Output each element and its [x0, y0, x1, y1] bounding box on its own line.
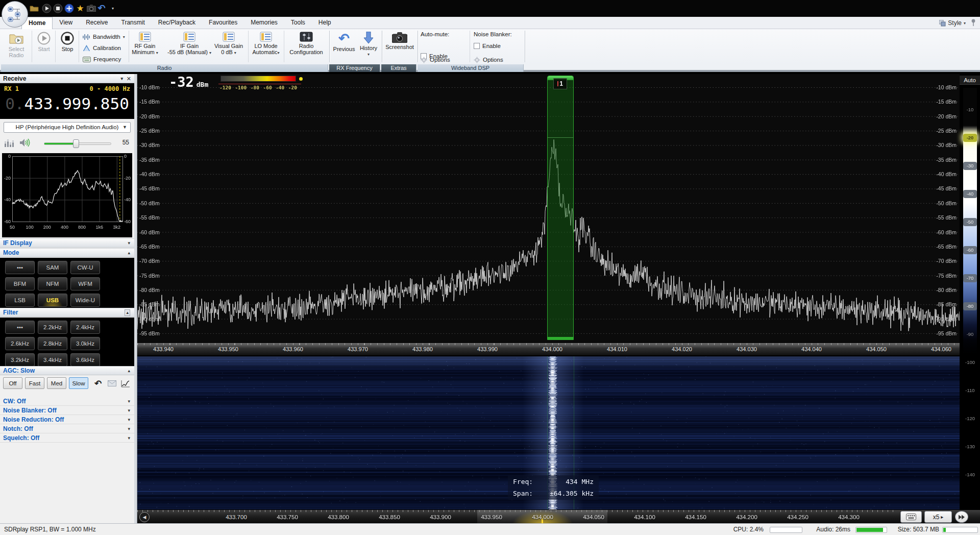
- waterfall-level-scale[interactable]: Auto -10-20-30-40-50-60-70-80-90-100-110…: [960, 74, 980, 509]
- filter-button-2-6khz[interactable]: 2.6kHz: [5, 337, 35, 350]
- level-tick-20[interactable]: -20: [963, 134, 977, 142]
- rf-gain-button[interactable]: RF GainMinimum ▾: [127, 31, 163, 63]
- speaker-icon[interactable]: [19, 138, 31, 148]
- calibration-button[interactable]: Calibration: [83, 43, 121, 53]
- level-tick-130[interactable]: -130: [963, 443, 977, 451]
- auto-range-button[interactable]: Auto: [960, 76, 980, 85]
- fast-forward-button[interactable]: [955, 511, 968, 523]
- noise-blanker-options-button[interactable]: Options: [474, 55, 523, 64]
- filter-button-3-4khz[interactable]: 3.4kHz: [38, 353, 67, 367]
- section-header-cw-off[interactable]: CW: Off▾: [0, 397, 134, 406]
- favourite-star-icon[interactable]: ★: [75, 3, 86, 14]
- start-button[interactable]: Start: [34, 31, 54, 63]
- level-tick-60[interactable]: -60: [963, 246, 977, 254]
- agc-button-fast[interactable]: Fast: [25, 377, 44, 389]
- receive-panel-title[interactable]: Receive ▾ ✕: [0, 74, 134, 83]
- if-gain-button[interactable]: IF Gain-55 dB (Manual) ▾: [164, 31, 214, 63]
- screenshot-button[interactable]: Screenshot: [384, 31, 415, 63]
- level-tick-80[interactable]: -80: [963, 302, 977, 310]
- mode-button-usb[interactable]: USB: [38, 294, 67, 307]
- level-tick-120[interactable]: -120: [963, 415, 977, 423]
- agc-envelope-icon[interactable]: [107, 378, 117, 388]
- tab-view[interactable]: View: [53, 17, 79, 29]
- stop-icon[interactable]: [52, 3, 63, 14]
- pin-icon[interactable]: [970, 18, 977, 27]
- panel-collapse-icon[interactable]: ▾: [120, 74, 123, 83]
- camera-icon[interactable]: [86, 3, 97, 14]
- tab-rec-playback[interactable]: Rec/Playback: [152, 17, 202, 29]
- level-tick-50[interactable]: -50: [963, 218, 977, 226]
- mode-button-more[interactable]: •••: [5, 261, 35, 274]
- mode-button-lsb[interactable]: LSB: [5, 294, 35, 307]
- app-logo-icon[interactable]: [2, 1, 28, 28]
- tab-tools[interactable]: Tools: [284, 17, 312, 29]
- previous-frequency-button[interactable]: ↶ Previous: [332, 31, 356, 63]
- section-header-noise-reduction-off[interactable]: Noise Reduction: Off▾: [0, 415, 134, 424]
- agc-button-off[interactable]: Off: [3, 377, 22, 389]
- spectrum-display[interactable]: -32dBm -120-100-80-60-40-20 1 -10 dBm-15…: [137, 74, 960, 343]
- level-tick-70[interactable]: -70: [963, 274, 977, 282]
- if-display-header[interactable]: IF Display▾: [0, 238, 134, 248]
- section-header-squelch-off[interactable]: Squelch: Off▾: [0, 433, 134, 443]
- tab-memories[interactable]: Memories: [244, 17, 284, 29]
- mode-button-nfm[interactable]: NFM: [38, 277, 67, 290]
- mode-header[interactable]: Mode▴: [0, 248, 134, 257]
- mode-button-cw-u[interactable]: CW-U: [70, 261, 100, 274]
- bandwidth-button[interactable]: Bandwidth▾: [83, 32, 125, 41]
- wideband-navigator-bar[interactable]: ◀ x5▸ 433.700433.750433.800433.850433.90…: [137, 509, 980, 523]
- filter-header[interactable]: Filter▴: [0, 308, 134, 317]
- close-icon[interactable]: ✕: [127, 74, 131, 83]
- scroll-left-button[interactable]: ◀: [139, 512, 150, 522]
- level-tick-100[interactable]: -100: [963, 358, 977, 367]
- mode-button-wfm[interactable]: WFM: [70, 277, 100, 290]
- section-header-notch-off[interactable]: Notch: Off▾: [0, 424, 134, 433]
- level-tick-110[interactable]: -110: [963, 386, 977, 395]
- filter-button-more[interactable]: •••: [5, 321, 35, 334]
- history-button[interactable]: History ▾: [357, 31, 380, 63]
- undo-icon[interactable]: ↶: [96, 3, 107, 14]
- agc-header[interactable]: AGC: Slow▴: [0, 366, 134, 375]
- equalizer-icon[interactable]: [4, 138, 14, 148]
- mode-button-sam[interactable]: SAM: [38, 261, 67, 274]
- frequency-button[interactable]: Frequency: [83, 55, 121, 64]
- palette-colorbar[interactable]: [220, 76, 296, 82]
- rx-channel-marker[interactable]: [547, 76, 574, 340]
- filter-button-2-4khz[interactable]: 2.4kHz: [70, 321, 100, 334]
- rx-marker-label[interactable]: 1: [553, 78, 567, 89]
- section-header-noise-blanker-off[interactable]: Noise Blanker: Off▾: [0, 406, 134, 415]
- more-commands-icon[interactable]: ▾: [107, 3, 118, 14]
- agc-button-med[interactable]: Med: [47, 377, 66, 389]
- spectrum-frequency-axis[interactable]: 433.940433.950433.960433.970433.980433.9…: [137, 343, 960, 355]
- audio-device-select[interactable]: HP (Périphérique High Definition Audio) …: [4, 122, 131, 133]
- level-tick-30[interactable]: -30: [963, 162, 977, 170]
- noise-blanker-enable-checkbox[interactable]: Enable: [474, 41, 523, 51]
- keyboard-entry-button[interactable]: [900, 511, 922, 523]
- agc-button-slow[interactable]: Slow: [69, 377, 88, 389]
- tuned-frequency-display[interactable]: 0.433.999.850: [2, 94, 132, 113]
- mode-button-wide-u[interactable]: Wide-U: [70, 294, 100, 307]
- filter-button-3-2khz[interactable]: 3.2kHz: [5, 353, 35, 367]
- radio-configuration-button[interactable]: RadioConfiguration: [286, 31, 327, 63]
- tab-help[interactable]: Help: [312, 17, 338, 29]
- lo-mode-button[interactable]: LO ModeAutomatic▾: [250, 31, 282, 63]
- open-folder-icon[interactable]: [29, 3, 40, 14]
- filter-button-2-2khz[interactable]: 2.2kHz: [38, 321, 67, 334]
- level-tick-140[interactable]: -140: [963, 471, 977, 479]
- volume-slider[interactable]: [44, 142, 111, 145]
- level-tick-10[interactable]: -10: [963, 106, 977, 114]
- level-tick-40[interactable]: -40: [963, 190, 977, 198]
- visual-gain-button[interactable]: Visual Gain0 dB ▾: [211, 31, 246, 63]
- stop-button[interactable]: Stop: [57, 31, 78, 63]
- mode-button-bfm[interactable]: BFM: [5, 277, 35, 290]
- level-scale-strip[interactable]: -10-20-30-40-50-60-70-80-90-100-110-120-…: [963, 88, 977, 509]
- zoom-button[interactable]: x5▸: [924, 511, 952, 523]
- filter-button-2-8khz[interactable]: 2.8kHz: [38, 337, 67, 350]
- tab-favourites[interactable]: Favourites: [202, 17, 244, 29]
- start-icon[interactable]: [41, 3, 52, 14]
- add-icon[interactable]: [63, 3, 75, 14]
- style-menu[interactable]: Style ▾: [939, 18, 966, 28]
- auto-mute-options-button[interactable]: Options: [421, 55, 467, 64]
- select-radio-button[interactable]: SelectRadio: [3, 31, 30, 63]
- filter-button-3-6khz[interactable]: 3.6kHz: [70, 353, 100, 367]
- volume-thumb[interactable]: [73, 139, 79, 148]
